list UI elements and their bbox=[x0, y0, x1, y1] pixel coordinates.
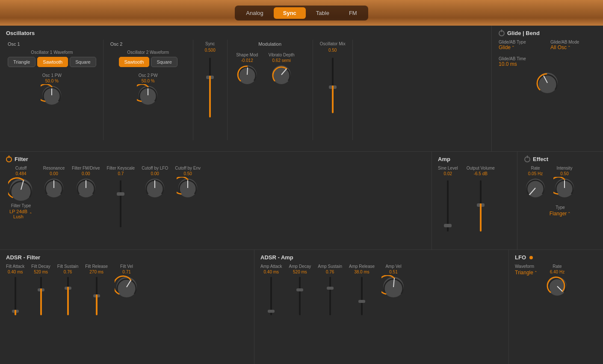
osc1-wave-square[interactable]: Square bbox=[70, 57, 96, 67]
filt-decay-label: Filt Decay bbox=[31, 264, 50, 269]
tab-analog[interactable]: Analog bbox=[236, 7, 272, 19]
tab-group: Analog Sync Table FM bbox=[235, 6, 368, 21]
filt-sustain-value: 0.76 bbox=[64, 270, 72, 274]
effect-rate-value: 0.05 Hz bbox=[528, 171, 543, 176]
shape-mod-value: -0.012 bbox=[241, 58, 253, 63]
osc2-label: Osc 2 bbox=[110, 41, 186, 47]
filt-release-value: 270 ms bbox=[89, 270, 103, 274]
osc1-pw-knob[interactable] bbox=[41, 84, 63, 106]
amp-attack-thumb[interactable] bbox=[268, 310, 275, 313]
effect-type-value[interactable]: Flanger⌃ bbox=[550, 211, 571, 217]
lfo-rate-value: 6.40 Hz bbox=[550, 270, 565, 274]
sine-slider-thumb[interactable] bbox=[444, 224, 452, 227]
env-label: Cutoff by Env bbox=[175, 166, 201, 170]
vibrato-depth-knob[interactable] bbox=[270, 64, 293, 86]
effect-power-icon[interactable] bbox=[524, 156, 530, 162]
osc2-wave-sawtooth[interactable]: Sawtooth bbox=[119, 57, 150, 67]
glide-time-knob[interactable] bbox=[535, 70, 560, 95]
main-content: Oscillators Osc 1 Oscillator 1 Waveform … bbox=[0, 26, 603, 364]
osc2-panel: Osc 2 Oscillator 2 Waveform Sawtooth Squ… bbox=[103, 40, 193, 140]
osc2-pw-label: Osc 2 PW bbox=[139, 73, 158, 78]
header: Analog Sync Table FM bbox=[0, 0, 603, 26]
cutoff-knob[interactable] bbox=[8, 177, 34, 203]
osc1-wave-sawtooth[interactable]: Sawtooth bbox=[37, 57, 68, 67]
osc2-wave-square[interactable]: Square bbox=[151, 57, 177, 67]
tab-table[interactable]: Table bbox=[307, 7, 339, 19]
glide-mode-value[interactable]: All Osc⌃ bbox=[550, 44, 596, 50]
amp-attack-value: 0.40 ms bbox=[264, 270, 279, 274]
filt-attack-label: Filt Attack bbox=[6, 264, 24, 269]
cutoff-value: 0.484 bbox=[15, 171, 26, 176]
glide-time-container: Glide/AB Time 10.0 ms bbox=[499, 56, 596, 67]
glide-section: Glide | Bend Glide/AB Type Glide⌃ Glide/… bbox=[492, 26, 603, 151]
amp-vel-knob[interactable] bbox=[381, 275, 405, 299]
oscillators-title: Oscillators bbox=[6, 30, 485, 36]
amp-sustain-value: 0.76 bbox=[326, 270, 334, 274]
svg-line-5 bbox=[247, 68, 248, 75]
sync-value: 0.500 bbox=[205, 48, 216, 53]
effect-intensity-knob[interactable] bbox=[553, 177, 576, 199]
osc1-label: Osc 1 bbox=[8, 41, 96, 47]
amp-vel-value: 0.51 bbox=[389, 270, 397, 274]
fm-drive-value: 0.00 bbox=[82, 171, 90, 176]
modulation-label: Modulation bbox=[236, 41, 304, 47]
amp-release-thumb[interactable] bbox=[358, 300, 365, 303]
lfo-rate-knob[interactable] bbox=[546, 275, 568, 297]
resonance-label: Resonance bbox=[43, 166, 65, 170]
resonance-knob[interactable] bbox=[43, 177, 65, 199]
effect-rate-knob[interactable] bbox=[524, 177, 547, 199]
amp-vel-label: Amp Vel bbox=[385, 264, 401, 269]
output-fill bbox=[480, 203, 482, 232]
filt-vel-knob[interactable] bbox=[115, 275, 139, 299]
keyscale-slider-thumb[interactable] bbox=[117, 192, 124, 196]
sync-panel: Sync 0.500 bbox=[193, 40, 228, 140]
lfo-label: Cutoff by LFO bbox=[142, 166, 168, 170]
shape-mod-knob[interactable] bbox=[236, 64, 258, 86]
vibrato-depth-value: 0.62 semi bbox=[272, 58, 291, 63]
glide-power-icon[interactable] bbox=[499, 30, 505, 36]
filt-attack-value: 0.40 ms bbox=[8, 270, 23, 274]
glide-type-label: Glide/AB Type bbox=[499, 40, 544, 44]
osc1-pw-label: Osc 1 PW bbox=[42, 73, 62, 78]
filter-type-value[interactable]: LP 24dBLush⌃ bbox=[9, 209, 33, 219]
lfo-title: LFO bbox=[515, 254, 597, 261]
osc1-wave-triangle[interactable]: Triangle bbox=[8, 57, 35, 67]
glide-title: Glide | Bend bbox=[499, 30, 596, 36]
oscillators-section: Oscillators Osc 1 Oscillator 1 Waveform … bbox=[0, 26, 492, 151]
filter-type-label: Filter Type bbox=[11, 203, 31, 208]
glide-type-value[interactable]: Glide⌃ bbox=[499, 44, 544, 50]
lfo-cutoff-value: 0.00 bbox=[151, 171, 159, 176]
sync-label: Sync bbox=[205, 41, 215, 46]
osc1-waveform-label: Oscillator 1 Waveform bbox=[8, 50, 96, 55]
effect-section: Effect Rate 0.05 Hz Intensity 0.50 bbox=[517, 152, 603, 250]
tab-fm[interactable]: FM bbox=[340, 7, 367, 19]
filt-decay-value: 520 ms bbox=[34, 270, 48, 274]
osc2-pw-knob[interactable] bbox=[137, 84, 159, 106]
amp-attack-label: Amp Attack bbox=[260, 264, 282, 269]
modulation-panel: Modulation Shape Mod -0.012 bbox=[228, 40, 313, 140]
osc-mix-panel: Oscillator Mix 0.50 bbox=[313, 40, 353, 140]
lfo-cutoff-knob[interactable] bbox=[144, 177, 166, 199]
amp-sustain-thumb[interactable] bbox=[327, 287, 334, 290]
filter-power-icon[interactable] bbox=[6, 156, 12, 162]
amp-title: Amp bbox=[438, 156, 511, 162]
amp-decay-label: Amp Decay bbox=[289, 264, 311, 269]
glide-mode-label: Glide/AB Mode bbox=[550, 40, 596, 44]
effect-intensity-label: Intensity bbox=[556, 166, 572, 170]
osc2-waveform-label: Oscillator 2 Waveform bbox=[110, 50, 186, 55]
lfo-waveform-value[interactable]: Triangle⌃ bbox=[515, 270, 538, 276]
amp-release-value: 38.0 ms bbox=[354, 270, 369, 274]
amp-decay-thumb[interactable] bbox=[296, 288, 303, 291]
shape-mod-label: Shape Mod bbox=[236, 53, 258, 57]
glide-time-value: 10.0 ms bbox=[499, 61, 596, 67]
env-cutoff-knob[interactable] bbox=[177, 177, 199, 199]
adsr-filter-title: ADSR - Filter bbox=[6, 254, 248, 261]
sync-slider-fill bbox=[209, 76, 211, 117]
tab-sync[interactable]: Sync bbox=[274, 7, 306, 19]
filt-vel-value: 0.71 bbox=[122, 270, 130, 274]
filt-release-fill bbox=[96, 294, 98, 316]
fm-drive-knob[interactable] bbox=[75, 177, 97, 199]
adsr-amp-section: ADSR - Amp Amp Attack 0.40 ms Amp Decay … bbox=[254, 250, 509, 364]
glide-time-label: Glide/AB Time bbox=[499, 56, 596, 61]
glide-type-container: Glide/AB Type Glide⌃ bbox=[499, 40, 544, 50]
